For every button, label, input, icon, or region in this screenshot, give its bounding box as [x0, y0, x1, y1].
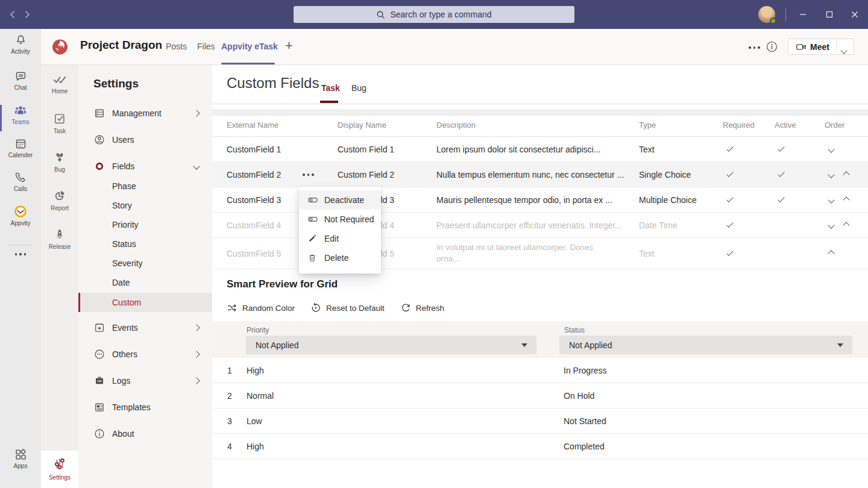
module-item-report[interactable]: Report [41, 189, 78, 218]
tab-posts[interactable]: Posts [166, 42, 187, 51]
team-logo-icon [51, 38, 69, 55]
order-down-icon[interactable] [824, 213, 838, 237]
module-item-task[interactable]: Task [41, 112, 78, 141]
random-color-button[interactable]: Random Color [227, 302, 295, 313]
forward-icon[interactable] [20, 7, 34, 22]
table-row[interactable]: CustomField 1 Custom Field 1 Lorem ipsum… [212, 137, 868, 162]
module-item-bug[interactable]: Bug [41, 151, 78, 180]
nav-subitem-status[interactable]: Status [78, 234, 212, 254]
add-tab-button[interactable]: + [285, 38, 293, 54]
tab-task[interactable]: Task [321, 83, 340, 93]
menu-item-not-required[interactable]: Not Required [299, 210, 381, 229]
meet-button[interactable]: Meet [788, 39, 854, 55]
nav-subitem-phase[interactable]: Phase [78, 177, 212, 196]
search-input[interactable]: Search or type a command [294, 6, 574, 23]
main-content: Custom Fields Task Bug External Name Dis… [212, 65, 868, 488]
table-row[interactable]: CustomField 2 Custom Field 2 Nulla tempu… [212, 162, 868, 187]
pencil-icon [307, 234, 318, 243]
priority-filter-label: Priority [247, 326, 269, 334]
nav-item-events[interactable]: Events [78, 314, 212, 341]
page-title: Custom Fields [227, 75, 319, 92]
phone-icon [14, 171, 27, 184]
nav-item-fields[interactable]: Fields [78, 153, 212, 180]
meet-label: Meet [810, 42, 829, 52]
refresh-icon-button[interactable]: Refresh [400, 302, 444, 313]
active-check-icon [775, 137, 789, 161]
reset-icon [310, 302, 321, 313]
order-up-icon[interactable] [839, 162, 854, 187]
rail-item-activity[interactable]: Activity [0, 34, 41, 63]
rail-more-icon[interactable] [0, 253, 41, 255]
required-check-icon [723, 162, 738, 187]
rail-item-chat[interactable]: Chat [0, 70, 41, 99]
nav-item-about[interactable]: About [78, 421, 212, 447]
module-item-release[interactable]: Release [41, 228, 78, 257]
nav-item-others[interactable]: Others [78, 341, 212, 368]
order-up-icon[interactable] [839, 187, 854, 212]
order-down-icon[interactable] [824, 187, 838, 212]
nav-item-logs[interactable]: LOG Logs [78, 368, 212, 394]
col-header-display-name: Display Name [338, 120, 386, 130]
module-item-home[interactable]: Home [41, 74, 78, 102]
order-up-icon[interactable] [839, 213, 854, 237]
tab-files[interactable]: Files [197, 42, 215, 51]
active-check-icon [775, 162, 789, 187]
shuffle-icon [227, 302, 237, 313]
status-dropdown[interactable]: Not Applied [559, 336, 852, 354]
nav-item-users[interactable]: Users [78, 127, 212, 153]
preview-row[interactable]: 3 Low Not Started [212, 408, 868, 434]
menu-item-edit[interactable]: Edit [299, 229, 381, 248]
module-item-settings[interactable]: Settings [41, 451, 78, 488]
nav-item-templates[interactable]: Templates [78, 394, 212, 421]
order-down-icon[interactable] [824, 137, 838, 161]
minimize-button[interactable] [790, 0, 816, 29]
preview-row[interactable]: 2 Normal On Hold [212, 383, 868, 408]
row-more-icon[interactable] [303, 174, 314, 176]
rail-item-appvity[interactable]: Appvity [0, 205, 41, 234]
preview-row[interactable]: 4 High Completed [212, 434, 868, 459]
tab-bug[interactable]: Bug [351, 83, 366, 93]
maximize-button[interactable] [816, 0, 843, 29]
required-check-icon [723, 137, 738, 161]
nav-subitem-date[interactable]: Date [78, 273, 212, 292]
nav-item-management[interactable]: Management [78, 100, 212, 127]
menu-item-deactivate[interactable]: Deactivate [299, 190, 381, 210]
rail-item-calls[interactable]: Calls [0, 171, 41, 200]
nav-subitem-story[interactable]: Story [78, 196, 212, 215]
col-header-external-name: External Name [227, 120, 278, 130]
camera-icon [796, 42, 807, 52]
order-down-icon[interactable] [824, 162, 838, 187]
scroll-strip[interactable] [212, 109, 868, 116]
rail-item-teams[interactable]: Teams [0, 104, 41, 133]
close-button[interactable] [841, 0, 868, 29]
required-check-icon [723, 187, 738, 212]
report-pie-icon [53, 189, 66, 202]
order-up-icon[interactable] [824, 238, 838, 269]
presence-badge [770, 17, 776, 24]
rail-item-apps[interactable]: Apps [0, 448, 41, 477]
back-icon[interactable] [5, 7, 20, 22]
col-header-active: Active [775, 120, 796, 130]
preview-row[interactable]: 1 High In Progress [212, 358, 868, 383]
nav-subitem-severity[interactable]: Severity [78, 254, 212, 273]
task-tab-underline [320, 101, 338, 103]
rail-item-calendar[interactable]: Calender [0, 137, 41, 166]
active-check-icon [775, 187, 789, 212]
nav-subitem-priority[interactable]: Priority [78, 215, 212, 234]
meet-dropdown-icon[interactable] [841, 45, 846, 55]
channel-info-icon[interactable] [766, 41, 778, 52]
nav-subitem-custom[interactable]: Custom [78, 293, 212, 312]
others-icon [93, 348, 107, 360]
status-filter-label: Status [564, 326, 585, 334]
avatar[interactable] [758, 6, 775, 23]
app-rail: Activity Chat Teams Calender Calls Appvi… [0, 29, 41, 488]
teams-people-icon [14, 104, 27, 117]
tab-appvity-etask[interactable]: Appvity eTask [221, 42, 278, 51]
calendar-icon [14, 137, 27, 150]
menu-item-delete[interactable]: Delete [299, 248, 381, 267]
reset-to-default-button[interactable]: Reset to Default [310, 302, 385, 313]
priority-dropdown[interactable]: Not Applied [246, 336, 536, 354]
tabs-divider [212, 104, 868, 104]
preview-filter-band: Priority Not Applied Status Not Applied [212, 321, 868, 358]
channel-more-icon[interactable] [749, 46, 760, 49]
